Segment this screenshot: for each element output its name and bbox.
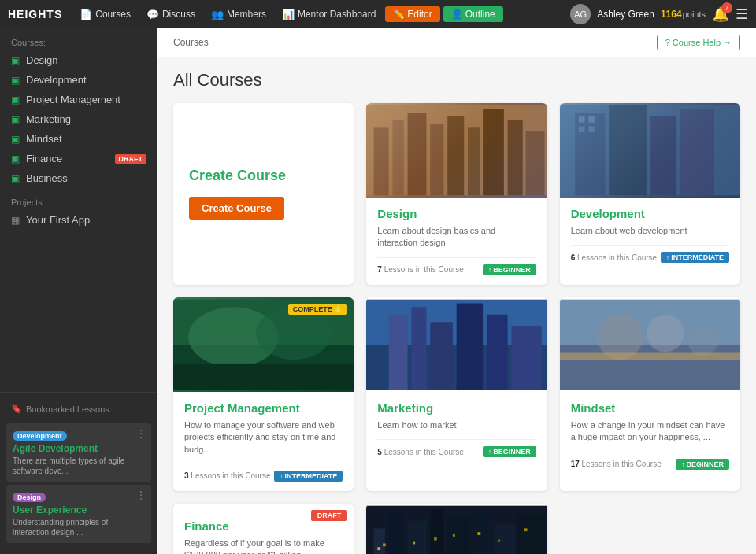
notifications-button[interactable]: 🔔 7 <box>712 6 729 23</box>
svg-rect-15 <box>579 116 585 123</box>
svg-rect-16 <box>588 116 595 123</box>
level-badge-design: ↑ BEGINNER <box>483 264 536 275</box>
nav-courses[interactable]: 📄 Courses <box>73 6 137 24</box>
course-body-pm: Project Management How to manage your so… <box>173 392 354 491</box>
svg-rect-40 <box>374 528 385 554</box>
outline-person-icon: 👤 <box>451 9 463 20</box>
lessons-count-marketing: 5 Lessons in this Course <box>377 448 464 456</box>
complete-badge: COMPLETE ⭐ <box>288 304 348 315</box>
bookmark-desc-ux: Understanding principles of interaction … <box>13 517 145 537</box>
bookmark-tag-design: Design <box>13 493 46 502</box>
svg-rect-18 <box>588 126 595 132</box>
avatar: AG <box>570 4 591 24</box>
help-icon: ? <box>665 38 670 47</box>
courses-grid: Create Course Create Course <box>173 103 740 554</box>
course-body-marketing: Marketing Learn how to market 5 Lessons … <box>366 392 547 467</box>
course-card-finance: DRAFT Finance Regardless of if your goal… <box>173 504 354 554</box>
course-footer-development: 6 Lessons in this Course ↑ INTERMEDIATE <box>571 245 729 263</box>
nav-right: AG Ashley Green 1164points 🔔 7 ☰ <box>570 4 748 24</box>
create-course-button[interactable]: Create Course <box>189 197 284 220</box>
bookmarked-section: 🔖 Bookmarked Lessons: ⋮ Development Agil… <box>0 392 158 554</box>
members-icon: 👥 <box>211 9 224 20</box>
sidebar-item-development[interactable]: ▣ Development <box>0 70 158 90</box>
folder-icon: ▣ <box>11 94 20 105</box>
sidebar-item-finance[interactable]: ▣ Finance DRAFT <box>0 149 158 168</box>
level-badge-marketing: ↑ BEGINNER <box>483 446 536 457</box>
course-img-mindset <box>560 297 740 392</box>
course-img-marketing <box>366 297 547 392</box>
course-title-marketing: Marketing <box>377 401 536 415</box>
svg-rect-41 <box>389 513 404 554</box>
svg-rect-26 <box>389 315 408 390</box>
bookmark-ux[interactable]: ⋮ Design User Experience Understanding p… <box>6 485 151 543</box>
points-value: 1164points <box>661 9 706 20</box>
svg-rect-17 <box>579 126 585 132</box>
bookmark-title-agile: Agile Development <box>13 443 145 454</box>
course-img-project-management: COMPLETE ⭐ <box>173 297 354 392</box>
bookmark-icon: 🔖 <box>11 404 22 414</box>
level-badge-pm: ↑ INTERMEDIATE <box>274 471 343 482</box>
svg-point-36 <box>687 326 717 356</box>
svg-rect-27 <box>412 307 427 390</box>
draft-badge: DRAFT <box>115 154 147 164</box>
nav-mentor[interactable]: 📊 Mentor Dashboard <box>276 6 382 24</box>
sidebar-item-mindset[interactable]: ▣ Mindset <box>0 129 158 149</box>
svg-rect-31 <box>512 326 542 390</box>
course-card-project-management: COMPLETE ⭐ Project Management How to man… <box>173 297 354 491</box>
level-badge-mindset: ↑ BEGINNER <box>676 459 729 470</box>
svg-rect-43 <box>431 509 444 554</box>
create-course-card: Create Course Create Course <box>173 103 354 285</box>
svg-rect-42 <box>408 521 427 554</box>
svg-rect-4 <box>431 124 444 196</box>
bookmark-agile[interactable]: ⋮ Development Agile Development There ar… <box>6 423 151 482</box>
lessons-count-pm: 3 Lessons in this Course <box>184 471 271 480</box>
course-desc-mindset: How a change in your mindset can have a … <box>571 419 729 444</box>
page-title: All Courses <box>173 70 740 90</box>
svg-rect-14 <box>680 109 714 195</box>
sidebar-item-your-first-app[interactable]: ▦ Your First App <box>0 210 158 230</box>
bookmark-title-ux: User Experience <box>13 504 145 515</box>
course-help-button[interactable]: ? Course Help → <box>657 35 740 50</box>
sidebar-item-marketing[interactable]: ▣ Marketing <box>0 109 158 129</box>
lessons-count-mindset: 17 Lessons in this Course <box>571 460 662 468</box>
sidebar-item-business[interactable]: ▣ Business <box>0 168 158 188</box>
lessons-count-design: 7 Lessons in this Course <box>377 265 464 274</box>
svg-rect-30 <box>487 315 508 390</box>
svg-rect-48 <box>378 547 381 550</box>
pencil-icon: ✏️ <box>393 9 405 20</box>
discuss-icon: 💬 <box>146 9 159 20</box>
svg-rect-45 <box>474 512 491 554</box>
editor-button[interactable]: ✏️ Editor <box>385 6 439 22</box>
course-card-business: Business The business strategies and ski… <box>366 504 547 554</box>
svg-point-22 <box>256 307 332 360</box>
level-badge-development: ↑ INTERMEDIATE <box>661 252 729 263</box>
course-title-finance: Finance <box>184 519 343 533</box>
svg-rect-7 <box>483 109 504 195</box>
arrow-right-icon: → <box>723 38 732 47</box>
course-img-business <box>366 504 547 554</box>
nav-members[interactable]: 👥 Members <box>205 6 272 24</box>
sidebar-item-design[interactable]: ▣ Design <box>0 50 158 70</box>
svg-rect-9 <box>526 131 545 195</box>
bookmark-menu-icon-2[interactable]: ⋮ <box>135 489 146 501</box>
lessons-count-development: 6 Lessons in this Course <box>571 253 658 262</box>
course-desc-design: Learn about design basics and interactio… <box>377 225 536 249</box>
sidebar-item-project-management[interactable]: ▣ Project Management <box>0 90 158 109</box>
svg-rect-37 <box>560 352 740 360</box>
course-card-design: Design Learn about design basics and int… <box>366 103 547 285</box>
svg-rect-13 <box>650 116 676 195</box>
svg-rect-5 <box>448 116 465 195</box>
hamburger-menu[interactable]: ☰ <box>736 6 748 23</box>
course-title-design: Design <box>377 207 536 220</box>
svg-rect-11 <box>575 113 605 195</box>
svg-rect-3 <box>408 113 427 195</box>
course-body-mindset: Mindset How a change in your mindset can… <box>560 392 740 479</box>
svg-rect-2 <box>393 120 404 196</box>
outline-button[interactable]: 👤 Outline <box>443 6 503 22</box>
folder-icon: ▣ <box>11 173 20 184</box>
svg-rect-29 <box>457 303 483 390</box>
bookmark-menu-icon[interactable]: ⋮ <box>135 427 146 440</box>
svg-rect-8 <box>508 120 523 196</box>
nav-discuss[interactable]: 💬 Discuss <box>140 6 202 24</box>
course-card-development: Development Learn about web development … <box>560 103 740 285</box>
